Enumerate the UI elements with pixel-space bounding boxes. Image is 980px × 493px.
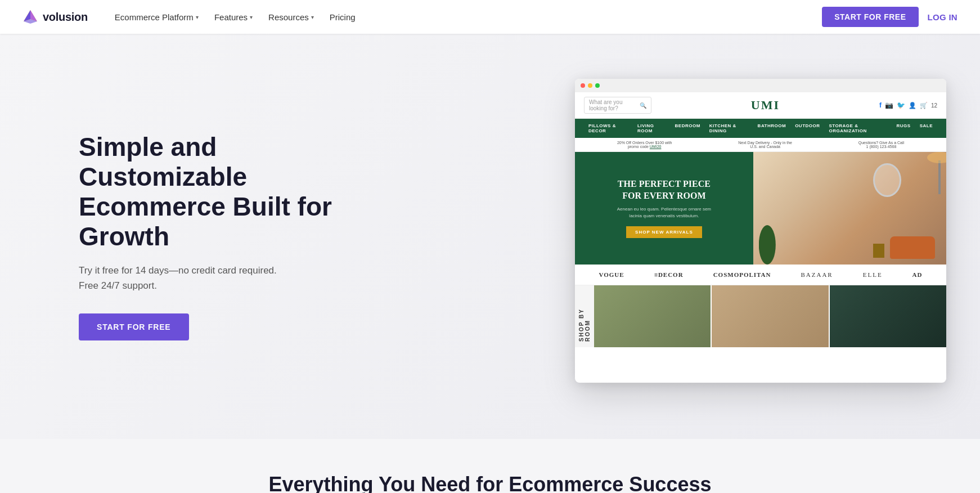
umi-nav-living: LIVING ROOM — [633, 122, 671, 135]
umi-hero-title: THE PERFECT PIECEFOR EVERY ROOM — [618, 178, 711, 202]
login-button[interactable]: LOG IN — [928, 12, 957, 22]
umi-nav-kitchen: KITCHEN & DINING — [705, 122, 753, 135]
umi-hero-left: THE PERFECT PIECEFOR EVERY ROOM Aenean e… — [575, 152, 753, 265]
navbar-left: volusion Ecommerce Platform ▾ Features ▾… — [23, 8, 362, 26]
nav-item-features[interactable]: Features ▾ — [208, 8, 259, 26]
chevron-down-icon: ▾ — [250, 14, 253, 20]
start-for-free-hero-button[interactable]: START FOR FREE — [79, 313, 189, 340]
brand-decor: ≡DECOR — [654, 271, 684, 278]
umi-nav-storage: STORAGE & ORGANIZATION — [825, 122, 892, 135]
brand-cosmopolitan: COSMOPOLITAN — [713, 271, 771, 278]
nav-item-ecommerce-platform[interactable]: Ecommerce Platform ▾ — [108, 8, 205, 26]
umi-nav-pillows: PILLOWS & DECOR — [584, 122, 633, 135]
user-icon: 👤 — [909, 102, 916, 109]
bottom-title: Everything You Need for Ecommerce Succes… — [23, 473, 957, 493]
cart-icon: 🛒 — [920, 102, 928, 109]
start-for-free-nav-button[interactable]: START FOR FREE — [822, 7, 918, 27]
twitter-icon: 🐦 — [897, 101, 905, 109]
bottom-section: Everything You Need for Ecommerce Succes… — [0, 439, 980, 493]
umi-promo-bar: 20% Off Orders Over $100 withpromo code … — [575, 138, 946, 152]
nav-item-pricing[interactable]: Pricing — [323, 8, 362, 26]
browser-close-dot — [581, 83, 585, 88]
umi-hero-image — [753, 152, 946, 265]
umi-nav-rugs: RUGS — [892, 122, 915, 135]
shop-by-room-label: SHOP BY ROOM — [575, 285, 594, 347]
brand-bazaar: BAZAAR — [801, 271, 833, 278]
table-decoration — [873, 244, 884, 258]
umi-promo-1: 20% Off Orders Over $100 withpromo code … — [617, 141, 672, 149]
umi-store-header: What are you looking for? 🔍 UMI f 📷 🐦 👤 … — [575, 92, 946, 119]
umi-hero-subtitle: Aenean eu leo quam. Pellentesque ornare … — [617, 206, 711, 219]
room-images — [594, 285, 946, 347]
umi-shop-btn: SHOP NEW ARRIVALS — [626, 226, 702, 238]
logo-text: volusion — [43, 11, 88, 24]
umi-store-preview: What are you looking for? 🔍 UMI f 📷 🐦 👤 … — [575, 92, 946, 383]
navbar-right: START FOR FREE LOG IN — [822, 7, 957, 27]
browser-minimize-dot — [588, 83, 592, 88]
browser-mockup: What are you looking for? 🔍 UMI f 📷 🐦 👤 … — [575, 79, 946, 383]
umi-store-nav: PILLOWS & DECOR LIVING ROOM BEDROOM KITC… — [575, 119, 946, 138]
umi-shop-by-room: SHOP BY ROOM — [575, 285, 946, 347]
chevron-down-icon: ▾ — [311, 14, 314, 20]
instagram-icon: 📷 — [885, 101, 893, 109]
sofa-decoration — [890, 236, 935, 259]
umi-store-icons: f 📷 🐦 👤 🛒 12 — [879, 101, 937, 109]
umi-nav-sale: SALE — [915, 122, 937, 135]
room-image-1 — [594, 285, 711, 347]
volusion-logo-icon — [23, 9, 38, 25]
umi-store-logo: UMI — [751, 98, 780, 113]
hero-subtitle: Try it free for 14 days—no credit card r… — [79, 263, 293, 293]
hero-title: Simple and Customizable Ecommerce Built … — [79, 132, 360, 252]
hero-section: Simple and Customizable Ecommerce Built … — [0, 34, 980, 439]
chevron-down-icon: ▾ — [196, 14, 199, 20]
umi-promo-2: Next Day Delivery - Only in theU.S. and … — [738, 141, 792, 149]
room-image-2 — [712, 285, 828, 347]
search-icon: 🔍 — [640, 102, 646, 109]
umi-nav-outdoor: OUTDOOR — [790, 122, 824, 135]
umi-search-bar: What are you looking for? 🔍 — [584, 97, 651, 114]
brand-ad: AD — [912, 271, 923, 278]
umi-nav-bedroom: BEDROOM — [671, 122, 705, 135]
umi-promo-3: Questions? Give As a Call1 (800) 123-456… — [858, 141, 904, 149]
brand-elle: ELLE — [863, 271, 883, 278]
browser-maximize-dot — [595, 83, 600, 88]
logo-link[interactable]: volusion — [23, 9, 88, 25]
navbar: volusion Ecommerce Platform ▾ Features ▾… — [0, 0, 980, 34]
umi-brands-bar: VOGUE ≡DECOR COSMOPOLITAN BAZAAR ELLE AD — [575, 265, 946, 285]
umi-nav-bathroom: BATHROOM — [753, 122, 791, 135]
umi-search-placeholder: What are you looking for? — [589, 99, 637, 111]
brand-vogue: VOGUE — [599, 271, 624, 278]
nav-links: Ecommerce Platform ▾ Features ▾ Resource… — [108, 8, 362, 26]
umi-hero-right — [753, 152, 946, 265]
facebook-icon: f — [879, 101, 882, 109]
nav-item-resources[interactable]: Resources ▾ — [262, 8, 321, 26]
room-image-3 — [830, 285, 946, 347]
plant-decoration — [759, 225, 776, 265]
browser-bar — [575, 79, 946, 92]
lamp-decoration — [938, 160, 941, 194]
mirror-decoration — [873, 163, 901, 197]
umi-hero-section: THE PERFECT PIECEFOR EVERY ROOM Aenean e… — [575, 152, 946, 265]
hero-content: Simple and Customizable Ecommerce Built … — [79, 132, 360, 340]
